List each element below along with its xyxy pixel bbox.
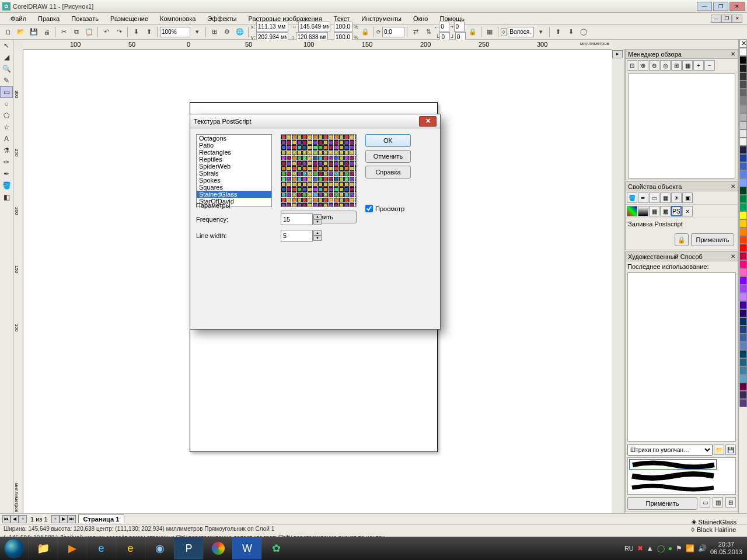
general-tab-icon[interactable]: ☀ [671, 192, 682, 203]
spin-down-icon[interactable]: ▼ [313, 219, 322, 225]
menu-tools[interactable]: Инструменты [355, 14, 407, 23]
list-item[interactable]: Reptiles [197, 156, 271, 163]
color-swatch[interactable] [739, 342, 747, 350]
menu-edit[interactable]: Правка [32, 14, 65, 23]
stroke-list[interactable] [627, 457, 736, 495]
dialog-close-button[interactable]: ✕ [419, 116, 437, 127]
tray-icon-4[interactable]: ● [668, 544, 672, 552]
eyedropper-icon[interactable]: ✑ [0, 156, 13, 168]
menu-effects[interactable]: Эффекты [201, 14, 242, 23]
param-frequency-input[interactable] [281, 214, 313, 225]
color-swatch[interactable] [739, 154, 747, 162]
menu-window[interactable]: Окно [407, 14, 434, 23]
docker-close-icon[interactable]: ✕ [731, 253, 735, 260]
open-icon[interactable]: 📂 [15, 26, 27, 38]
outline-tab-icon[interactable]: ✒ [638, 192, 648, 203]
copy-icon[interactable]: ⧉ [71, 26, 82, 38]
stroke-opt3-icon[interactable]: ⊟ [725, 497, 736, 508]
list-item[interactable]: Spirals [197, 170, 271, 177]
zoom-tool-icon[interactable]: 🔍 [0, 63, 13, 75]
convert-icon[interactable]: ◯ [578, 26, 589, 38]
color-swatch[interactable] [739, 334, 747, 342]
tray-icon-1[interactable]: ✖ [637, 544, 643, 552]
polygon-tool-icon[interactable]: ⬠ [0, 110, 13, 121]
list-item[interactable]: Squares [197, 184, 271, 191]
taskbar-wmp-icon[interactable]: ▶ [57, 537, 86, 559]
list-item-selected[interactable]: StainedGlass [197, 191, 271, 198]
menu-arrange[interactable]: Компоновка [154, 14, 201, 23]
page-add-before-icon[interactable]: + [19, 515, 27, 523]
maximize-button[interactable]: ❐ [713, 2, 728, 11]
menu-view[interactable]: Показать [65, 14, 104, 23]
close-button[interactable]: ✕ [729, 2, 745, 11]
page-first-icon[interactable]: ⏮ [2, 515, 11, 523]
mdi-restore[interactable]: ❐ [721, 15, 732, 23]
stroke-preview-1[interactable] [629, 459, 717, 470]
mdi-close[interactable]: ✕ [732, 15, 742, 23]
taskbar-ie-icon[interactable]: e [86, 537, 116, 559]
color-swatch[interactable] [739, 97, 747, 105]
paste-icon[interactable]: 📋 [83, 26, 95, 38]
interactive-fill-icon[interactable]: ◧ [0, 191, 13, 203]
tray-network-icon[interactable]: 📶 [686, 544, 694, 552]
stroke-preview-3[interactable] [629, 482, 717, 493]
taskbar-word-icon[interactable]: W [232, 537, 261, 559]
color-swatch[interactable] [739, 252, 747, 260]
uniform-fill-icon[interactable] [627, 206, 637, 216]
color-swatch[interactable] [739, 374, 747, 383]
menu-layout[interactable]: Размещение [104, 14, 154, 23]
pick-tool-icon[interactable]: ↖ [0, 40, 13, 51]
color-swatch[interactable] [739, 105, 747, 113]
page-next-icon[interactable]: ▶ [60, 515, 68, 523]
scale-x-input[interactable] [334, 22, 352, 32]
rect-tab-icon[interactable]: ▭ [649, 192, 659, 203]
new-icon[interactable]: 🗋 [2, 26, 14, 38]
preview-checkbox[interactable] [365, 205, 373, 212]
color-swatch[interactable] [739, 113, 747, 121]
tray-volume-icon[interactable]: 🔊 [698, 544, 707, 552]
web-tab-icon[interactable]: ▦ [660, 192, 671, 203]
help-button[interactable]: Справка [365, 166, 411, 178]
page-tab-1[interactable]: Страница 1 [78, 514, 125, 523]
color-swatch[interactable] [739, 64, 747, 72]
tray-icon-3[interactable]: ◯ [657, 544, 665, 552]
corner-tl-input[interactable] [439, 22, 449, 32]
list-item[interactable]: Patio [197, 142, 271, 149]
shape-tool-icon[interactable]: ◢ [0, 51, 13, 63]
save-icon[interactable]: 💾 [28, 26, 40, 38]
interactive-tool-icon[interactable]: ⚗ [0, 145, 13, 156]
mdi-minimize[interactable]: — [711, 15, 721, 23]
outline-tool-icon[interactable]: ✒ [0, 168, 13, 180]
zoom-minus-icon[interactable]: − [704, 60, 715, 71]
color-swatch[interactable] [739, 366, 747, 374]
color-swatch[interactable] [739, 138, 747, 146]
list-item[interactable]: Spokes [197, 177, 271, 184]
taskbar-chrome-icon[interactable] [203, 537, 232, 559]
color-swatch[interactable] [739, 285, 747, 293]
fountain-fill-icon[interactable] [638, 206, 648, 216]
color-swatch[interactable] [739, 170, 747, 178]
ellipse-tool-icon[interactable]: ○ [0, 98, 13, 110]
color-swatch[interactable] [739, 211, 747, 219]
round-lock-icon[interactable]: 🔒 [467, 26, 479, 38]
spin-down-icon[interactable]: ▼ [313, 236, 322, 241]
cut-icon[interactable]: ✂ [58, 26, 69, 38]
stroke-opt2-icon[interactable]: ▥ [713, 497, 723, 508]
docker-tab-icon[interactable]: ▸ [612, 50, 623, 58]
to-front-icon[interactable]: ⬆ [552, 26, 564, 38]
page-add-after-icon[interactable]: + [51, 515, 60, 523]
freehand-tool-icon[interactable]: ✎ [0, 75, 13, 86]
corner-tr-input[interactable] [454, 22, 465, 32]
wrap-icon[interactable]: ▦ [484, 26, 495, 38]
color-swatch[interactable] [739, 391, 747, 399]
color-swatch[interactable] [739, 89, 747, 97]
outline-width-input[interactable] [508, 27, 534, 37]
color-swatch[interactable] [739, 195, 747, 203]
cancel-button[interactable]: Отменить [365, 150, 411, 163]
redo-icon[interactable]: ↷ [113, 26, 125, 38]
print-icon[interactable]: 🖨 [41, 26, 53, 38]
rectangle-tool-icon[interactable]: ▭ [0, 86, 13, 98]
stroke-preview-2[interactable] [629, 471, 717, 481]
outline-dropdown-icon[interactable]: ▾ [535, 26, 547, 38]
color-swatch[interactable] [739, 244, 747, 252]
